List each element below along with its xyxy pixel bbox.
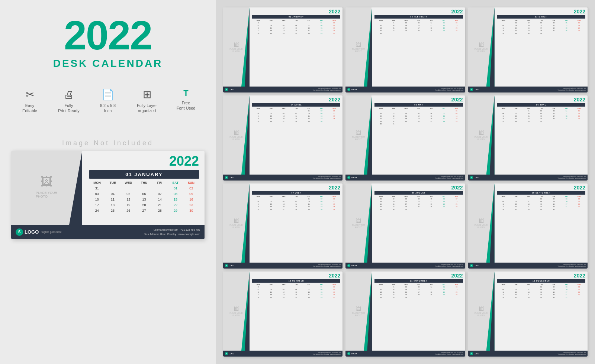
sc-day: 27 <box>290 296 303 299</box>
sc-photo-area: 🖼 PLACE YOURPHOTO <box>223 95 249 175</box>
sc-day: 13 <box>510 291 522 293</box>
sc-photo-icon: 🖼 <box>479 306 484 312</box>
sc-day: 18 <box>425 291 438 293</box>
sc-day <box>425 110 438 112</box>
sc-day: 06 <box>450 286 463 288</box>
sc-day: 01 <box>535 198 547 200</box>
sc-day: 23 <box>328 29 340 32</box>
sc-photo-icon: 🖼 <box>356 42 361 48</box>
sc-day <box>412 208 425 211</box>
sc-day: 26 <box>277 32 290 35</box>
sc-day: 21 <box>438 117 450 120</box>
small-cal-04: 🖼 PLACE YOURPHOTO 2022 04 APRIL MONTUEWE… <box>223 95 342 181</box>
sc-logo-icon: S <box>470 264 473 267</box>
sc-day <box>450 208 463 211</box>
sc-day: 24 <box>328 117 340 120</box>
sc-day: 24 <box>328 205 340 208</box>
lc-day: 10 <box>89 197 104 202</box>
sc-day: 03 <box>412 22 425 24</box>
sc-day: 05 <box>438 286 450 288</box>
sc-day: 13 <box>497 115 510 117</box>
sc-day <box>560 120 573 123</box>
sc-day: 25 <box>573 293 585 296</box>
sc-day: 30 <box>400 296 412 299</box>
sc-day <box>400 32 412 35</box>
sc-logo-label: LOGO <box>229 88 234 91</box>
lc-day: 08 <box>168 191 183 196</box>
sc-day: 23 <box>387 205 400 208</box>
sc-day: 08 <box>535 288 547 291</box>
lc-day: 15 <box>168 197 183 202</box>
sc-day: 10 <box>252 27 265 29</box>
sc-right: 2022 07 JULY MONTUEWEDTHUFRISATSUN 01020… <box>249 183 342 263</box>
sc-footer: S LOGO username@mail.com +01 53 456 789 … <box>345 87 465 92</box>
sc-year: 2022 <box>252 97 340 102</box>
sc-day: 17 <box>547 115 560 117</box>
sc-contact: username@mail.com +01 53 456 789 Your Ad… <box>236 88 341 92</box>
sc-day: 08 <box>315 288 328 291</box>
sc-day: 28 <box>290 120 303 123</box>
sc-day: 04 <box>425 286 438 288</box>
sc-day <box>328 120 340 123</box>
sc-day: 13 <box>510 203 522 205</box>
sc-day: 26 <box>265 208 277 211</box>
small-cal-06: 🖼 PLACE YOURPHOTO 2022 06 JUNE MONTUEWED… <box>468 95 588 181</box>
sc-day: 02 <box>535 110 547 112</box>
sc-day: 14 <box>290 203 303 205</box>
sc-footer: S LOGO username@mail.com +01 53 456 789 … <box>345 263 465 269</box>
feature-easy-label: EasyEditable <box>22 103 37 114</box>
lc-day <box>152 186 167 191</box>
sc-logo: S LOGO <box>470 88 479 91</box>
sc-days-grid: 0102030405060708091011121314151617181920… <box>252 110 340 123</box>
sc-day: 14 <box>290 115 303 117</box>
sc-day: 23 <box>315 205 328 208</box>
sc-month-bar: 11 NOVEMBER <box>374 279 463 283</box>
sc-logo-icon: S <box>347 352 350 355</box>
sc-day: 09 <box>328 288 340 291</box>
lc-month-bar: 01 JANUARY <box>89 170 199 179</box>
sc-day: 05 <box>573 110 585 112</box>
sc-contact: username@mail.com +01 53 456 789 Your Ad… <box>480 88 586 92</box>
sc-day: 23 <box>535 117 547 120</box>
sc-place-photo: PLACE YOURPHOTO <box>229 48 242 52</box>
sc-day: 13 <box>290 27 303 29</box>
sc-day: 11 <box>400 115 412 117</box>
sc-day: 06 <box>510 288 522 291</box>
sc-day: 24 <box>400 205 412 208</box>
sc-day: 26 <box>438 293 450 296</box>
small-cal-01: 🖼 PLACE YOURPHOTO 2022 01 JANUARY MONTUE… <box>223 7 342 92</box>
sc-day: 19 <box>265 117 277 120</box>
sc-day: 07 <box>303 288 315 291</box>
sc-month-bar: 10 OCTOBER <box>252 279 340 283</box>
sc-year: 2022 <box>497 97 585 102</box>
sc-day: 10 <box>412 24 425 27</box>
lc-day: 16 <box>184 197 199 202</box>
sc-day: 11 <box>560 112 573 115</box>
sc-day: 18 <box>265 29 277 32</box>
sc-day: 22 <box>535 293 547 296</box>
sc-day: 21 <box>374 29 387 32</box>
sc-right: 2022 03 MARCH MONTUEWEDTHUFRISATSUN 0102… <box>494 7 588 87</box>
sc-photo-icon: 🖼 <box>234 218 239 224</box>
sc-day: 17 <box>252 293 265 296</box>
sc-days-grid: 0102030405060708091011121314151617181920… <box>252 198 340 211</box>
sc-day: 30 <box>374 123 387 125</box>
sc-year: 2022 <box>497 9 585 14</box>
sc-day: 03 <box>400 198 412 200</box>
sc-day: 29 <box>387 296 400 299</box>
lc-day: 07 <box>152 191 167 196</box>
sc-day: 16 <box>328 291 340 293</box>
sc-photo-icon: 🖼 <box>234 42 239 48</box>
sc-day: 06 <box>450 22 463 24</box>
sc-day: 16 <box>535 115 547 117</box>
sc-day: 06 <box>277 200 290 203</box>
sc-day: 05 <box>265 200 277 203</box>
sc-day: 29 <box>450 120 463 123</box>
sc-day: 19 <box>277 293 290 296</box>
sc-day <box>560 32 573 35</box>
sc-day: 01 <box>303 110 315 112</box>
sc-day <box>560 208 573 211</box>
sc-day: 15 <box>535 291 547 293</box>
sc-day: 21 <box>522 205 535 208</box>
sc-day <box>412 32 425 35</box>
